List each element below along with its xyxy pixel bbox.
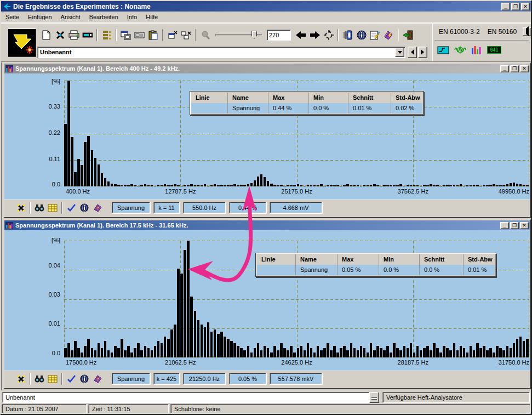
checkmark-icon <box>67 204 76 212</box>
x-tick-label: 31750.0 Hz <box>499 359 529 366</box>
help-book-button[interactable] <box>382 29 396 42</box>
legend-header: Schnitt <box>348 93 391 103</box>
slider-thumb[interactable] <box>251 31 257 39</box>
search-button[interactable] <box>33 373 46 385</box>
menu-ansicht[interactable]: Ansicht <box>56 12 85 22</box>
search-button[interactable] <box>33 202 46 214</box>
close-button[interactable]: ✕ <box>521 3 530 10</box>
info-button[interactable] <box>78 202 91 214</box>
chart2-titlebar[interactable]: Spannungsspektrum (Kanal 1). Bereich 17.… <box>4 220 530 230</box>
bar-chart-icon[interactable] <box>471 46 482 55</box>
info-button[interactable] <box>78 373 91 385</box>
arrow-left-icon <box>524 26 529 36</box>
scale-input[interactable] <box>267 30 291 41</box>
chart-window-icon <box>5 65 13 72</box>
rotate-icon <box>324 30 334 40</box>
copy-page-button[interactable] <box>133 29 146 42</box>
new-document-button[interactable] <box>39 29 53 42</box>
close-button[interactable]: ✕ <box>520 65 529 72</box>
apply-button[interactable] <box>65 202 78 214</box>
experiment-combobox[interactable]: Unbenannt <box>37 47 405 58</box>
data-table-button[interactable] <box>46 373 59 385</box>
x-tick-label: 17500.0 Hz <box>66 359 96 366</box>
legend-header: Linie <box>257 254 295 265</box>
y-tick-label: 0.01 <box>32 320 60 327</box>
cursor-series-field: Spannung <box>112 202 150 213</box>
close-window-button[interactable] <box>165 29 179 42</box>
oscilloscope-icon[interactable] <box>437 46 449 54</box>
exit-button[interactable] <box>401 29 415 42</box>
combo-next-button[interactable] <box>418 47 427 58</box>
device-settings-button[interactable] <box>341 29 354 42</box>
marker-button[interactable] <box>14 202 27 214</box>
notes-button[interactable] <box>368 29 382 42</box>
x-tick-label: 24625.0 Hz <box>281 359 312 366</box>
main-titlebar[interactable]: Die Ergebnisse des Experimentes : Noname… <box>1 1 531 12</box>
cursor-amplitude-field: 557.578 mkV <box>270 373 322 384</box>
structure-button[interactable] <box>100 29 113 42</box>
x-tick-label: 21062.5 Hz <box>165 359 196 366</box>
status-template: Schablone: keine <box>170 404 530 413</box>
marker-button[interactable] <box>14 373 27 385</box>
chart1-titlebar[interactable]: Spannungsspektrum (Kanal 1). Bereich 400… <box>4 64 530 73</box>
menu-seite[interactable]: Seite <box>1 12 24 22</box>
standard-tab-en61000[interactable]: EN 61000-3-2 <box>435 28 484 36</box>
menu-bearbeiten[interactable]: Bearbeiten <box>85 12 123 22</box>
help-button[interactable]: ? <box>91 202 104 214</box>
waveform-zoom-icon[interactable] <box>454 45 466 55</box>
chart-window-icon <box>5 222 13 229</box>
standard-tab-en50160[interactable]: EN 50160 <box>484 28 520 36</box>
menu-einfuegen[interactable]: Einfügen <box>24 12 56 22</box>
binoculars-icon <box>35 375 44 383</box>
copy-window-button[interactable] <box>119 29 133 42</box>
x-tick-label: 25175.0 Hz <box>281 188 312 195</box>
info-globe-button[interactable] <box>354 29 368 42</box>
legend-header: Std-Abw <box>463 254 495 265</box>
print-button[interactable] <box>67 29 81 42</box>
analyzers-label: Verfügbare Heft-Analysatore <box>386 394 462 401</box>
logo-button[interactable] <box>8 29 36 57</box>
close-all-windows-icon <box>181 31 191 40</box>
minimize-button[interactable]: _ <box>500 222 509 229</box>
series-name: Spannung <box>295 265 337 275</box>
menu-hilfe[interactable]: Hilfe <box>141 12 162 22</box>
standards-prev-button[interactable] <box>523 27 531 36</box>
document-name-field[interactable]: Unbenannt <box>2 392 369 403</box>
series-stddev: 0.02 % <box>391 103 422 113</box>
close-all-windows-button[interactable] <box>179 29 193 42</box>
legend-header: Std-Abw <box>391 93 422 103</box>
close-button[interactable]: ✕ <box>520 222 529 229</box>
legend-header: Min <box>308 93 348 103</box>
document-spinner-button[interactable] <box>369 392 379 403</box>
app-icon <box>2 2 11 11</box>
help-book-icon: ? <box>93 374 102 383</box>
maximize-button[interactable]: ❐ <box>510 222 519 229</box>
refresh-button[interactable] <box>322 29 335 42</box>
combobox-dropdown-button[interactable] <box>395 48 404 57</box>
combo-prev-button[interactable] <box>408 47 417 58</box>
x-tick-label: 400.0 Hz <box>66 188 90 195</box>
forward-button[interactable] <box>308 29 322 42</box>
delete-button[interactable] <box>53 29 67 42</box>
app-logo-icon <box>9 30 35 55</box>
printer-icon <box>68 30 79 40</box>
chart1-client: [%] 0.33 0.22 0.11 0.0 400.0 Hz 12787.5 … <box>4 73 530 200</box>
help-button[interactable]: ? <box>91 373 104 385</box>
paste-button[interactable] <box>146 29 160 42</box>
scale-slider[interactable] <box>215 30 262 40</box>
data-table-button[interactable] <box>46 202 59 214</box>
minimize-button[interactable]: _ <box>501 3 510 10</box>
y-tick-label: 0.0 <box>32 181 60 187</box>
experiment-combo-row: Unbenannt <box>37 46 427 58</box>
back-button[interactable] <box>294 29 308 42</box>
card-device-button[interactable] <box>81 29 94 42</box>
legend-header: Linie <box>191 93 227 103</box>
maximize-button[interactable]: ❐ <box>511 3 520 10</box>
table-icon <box>48 204 58 212</box>
digital-display-icon[interactable]: 041 <box>487 46 501 54</box>
minimize-button[interactable]: _ <box>500 65 509 72</box>
arrow-right-icon <box>421 49 427 55</box>
apply-button[interactable] <box>65 373 78 385</box>
menu-info[interactable]: Info <box>123 12 141 22</box>
maximize-button[interactable]: ❐ <box>510 65 519 72</box>
